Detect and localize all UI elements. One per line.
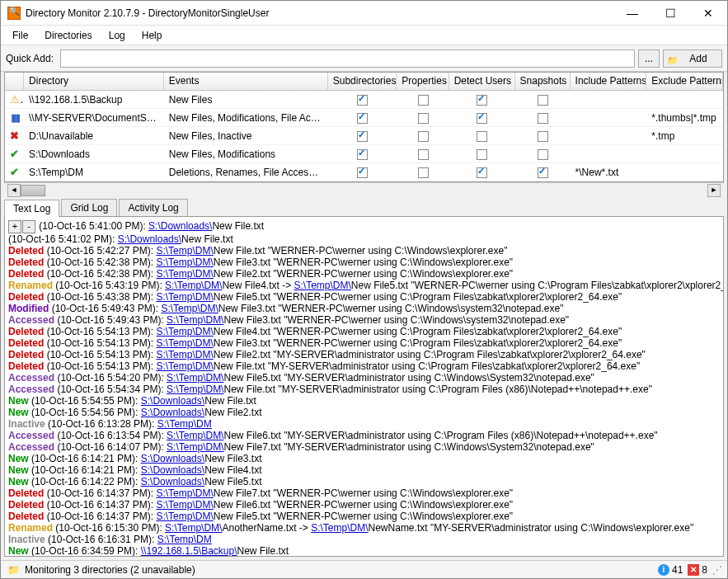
checkbox[interactable] (477, 167, 487, 178)
event-type: Inactive (8, 534, 45, 545)
tab-text-log[interactable]: Text Log (4, 200, 59, 217)
event-type: New (8, 464, 29, 476)
col-include-patterns[interactable]: Include Patterns (571, 73, 647, 90)
menu-file[interactable]: File (4, 27, 36, 44)
checkbox[interactable] (357, 95, 368, 106)
path-link[interactable]: S:\Temp\DM\ (156, 268, 213, 280)
tab-activity-log[interactable]: Activity Log (119, 199, 187, 216)
path-link[interactable]: \\192.168.1.5\Backup\ (141, 545, 237, 557)
path-link[interactable]: S:\Temp\DM\ (156, 349, 213, 360)
log-line: Deleted (10-Oct-16 5:43:38 PM): S:\Temp\… (8, 291, 720, 303)
checkbox[interactable] (418, 167, 429, 178)
path-link[interactable]: S:\Temp\DM\ (156, 337, 213, 349)
checkbox[interactable] (418, 113, 429, 124)
path-link[interactable]: S:\Temp\DM\ (161, 303, 218, 314)
checkbox[interactable] (418, 131, 429, 142)
path-link[interactable]: S:\Temp\DM\ (156, 487, 213, 499)
menu-log[interactable]: Log (101, 27, 134, 44)
log-line: New (10-Oct-16 6:14:22 PM): S:\Downloads… (8, 476, 720, 487)
add-button[interactable]: Add (663, 49, 722, 68)
path-link[interactable]: S:\Downloads\ (141, 407, 204, 418)
col-directory[interactable]: Directory (24, 73, 164, 90)
path-link[interactable]: S:\Temp\DM\ (156, 291, 213, 303)
path-link[interactable]: S:\Temp\DM\ (167, 372, 223, 384)
resize-grip-icon[interactable]: ⋰ (712, 564, 721, 576)
scroll-thumb[interactable] (21, 185, 45, 196)
cell-events: New Files, Modifications (164, 147, 328, 162)
quick-add-input[interactable] (60, 49, 635, 68)
menu-directories[interactable]: Directories (36, 27, 100, 44)
table-row[interactable]: ✖ D:\Unavailable New Files, Inactive *.t… (5, 127, 723, 145)
col-detect-users[interactable]: Detect Users (449, 73, 515, 90)
path-link[interactable]: S:\Temp\DM\ (294, 280, 350, 291)
table-row[interactable]: ✔ S:\Downloads New Files, Modifications (5, 145, 723, 163)
path-link[interactable]: S:\Temp\DM\ (156, 326, 213, 337)
checkbox[interactable] (477, 95, 487, 106)
error-badge[interactable]: ✕8 (688, 564, 707, 576)
checkbox[interactable] (357, 113, 368, 124)
col-properties[interactable]: Properties (397, 73, 449, 90)
text-log-panel[interactable]: +- (10-Oct-16 5:41:00 PM): S:\Downloads\… (4, 216, 724, 557)
col-subdirectories[interactable]: Subdirectories (328, 73, 397, 90)
collapse-button[interactable]: - (22, 220, 35, 233)
status-icon: ✔ (5, 146, 24, 162)
path-link[interactable]: S:\Temp\DM\ (167, 384, 223, 395)
path-link[interactable]: S:\Temp\DM\ (156, 511, 213, 522)
path-link[interactable]: S:\Temp\DM\ (311, 522, 368, 534)
log-line: Deleted (10-Oct-16 5:54:13 PM): S:\Temp\… (8, 326, 720, 337)
path-link[interactable]: S:\Temp\DM\ (156, 245, 213, 257)
table-row[interactable]: ✔ S:\Temp\DM Deletions, Renames, File Ac… (5, 163, 723, 181)
path-link[interactable]: S:\Downloads\ (141, 476, 204, 487)
event-type: New (8, 476, 29, 487)
path-link[interactable]: S:\Temp\DM\ (156, 257, 213, 268)
path-link[interactable]: S:\Downloads\ (148, 220, 212, 232)
path-link[interactable]: S:\Downloads\ (141, 464, 204, 476)
path-link[interactable]: S:\Temp\DM (157, 418, 212, 430)
table-row[interactable]: ⚠ \\192.168.1.5\Backup New Files (5, 91, 723, 109)
checkbox[interactable] (418, 95, 429, 106)
checkbox[interactable] (538, 95, 548, 106)
path-link[interactable]: S:\Downloads\ (118, 233, 181, 245)
path-link[interactable]: S:\Temp\DM (157, 534, 212, 545)
checkbox[interactable] (477, 131, 487, 142)
path-link[interactable]: S:\Temp\DM\ (167, 314, 223, 326)
maximize-button[interactable]: ☐ (651, 1, 689, 26)
minimize-button[interactable]: — (613, 1, 651, 26)
app-icon (7, 7, 21, 20)
path-link[interactable]: S:\Downloads\ (141, 395, 204, 407)
checkbox[interactable] (538, 167, 548, 178)
path-link[interactable]: S:\Temp\DM\ (156, 360, 213, 372)
scroll-left-icon[interactable]: ◄ (7, 184, 21, 197)
log-line: Deleted (10-Oct-16 6:14:37 PM): S:\Temp\… (8, 499, 720, 511)
checkbox[interactable] (538, 131, 548, 142)
checkbox[interactable] (418, 149, 429, 160)
col-status[interactable] (5, 73, 24, 90)
checkbox[interactable] (538, 113, 548, 124)
checkbox[interactable] (357, 131, 368, 142)
log-line: Inactive (10-Oct-16 6:13:28 PM): S:\Temp… (8, 418, 720, 430)
checkbox[interactable] (357, 149, 368, 160)
checkbox[interactable] (477, 113, 487, 124)
col-exclude-patterns[interactable]: Exclude Patterns (646, 73, 723, 90)
quick-add-bar: Quick Add: ... Add (1, 45, 727, 72)
col-snapshots[interactable]: Snapshots (515, 73, 571, 90)
path-link[interactable]: S:\Temp\DM\ (156, 499, 213, 511)
col-events[interactable]: Events (164, 73, 328, 90)
path-link[interactable]: S:\Downloads\ (141, 453, 204, 464)
grid-hscrollbar[interactable]: ◄ ► (4, 182, 724, 197)
path-link[interactable]: S:\Temp\DM\ (167, 430, 223, 441)
path-link[interactable]: S:\Temp\DM\ (167, 441, 223, 453)
tab-grid-log[interactable]: Grid Log (61, 199, 117, 216)
menu-help[interactable]: Help (134, 27, 171, 44)
path-link[interactable]: S:\Temp\DM\ (165, 280, 222, 291)
expand-button[interactable]: + (8, 220, 21, 233)
checkbox[interactable] (477, 149, 487, 160)
path-link[interactable]: S:\Temp\DM\ (165, 522, 222, 534)
table-row[interactable]: ▮▮ \\MY-SERVER\DocumentShare New Files, … (5, 109, 723, 127)
close-button[interactable]: ✕ (689, 1, 727, 26)
checkbox[interactable] (538, 149, 548, 160)
scroll-right-icon[interactable]: ► (707, 184, 721, 197)
info-badge[interactable]: i41 (658, 564, 683, 576)
checkbox[interactable] (357, 167, 368, 178)
browse-button[interactable]: ... (638, 49, 660, 68)
